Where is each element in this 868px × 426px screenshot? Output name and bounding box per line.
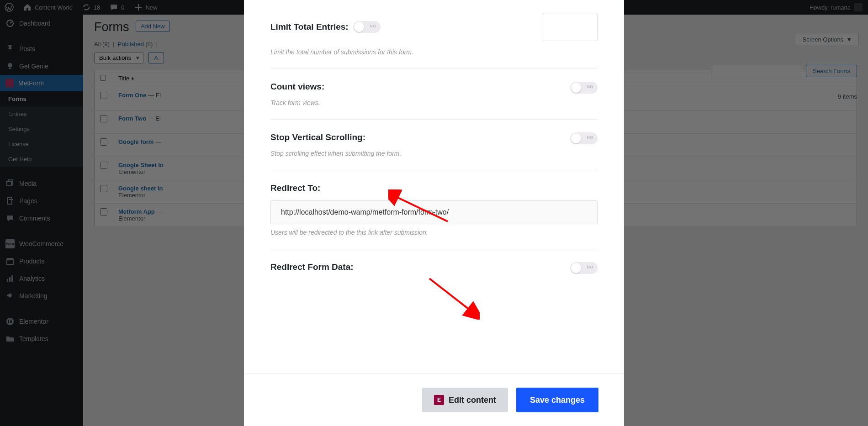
redirectdata-label: Redirect Form Data: — [270, 262, 354, 272]
redirectdata-toggle[interactable]: NO — [570, 262, 598, 274]
limit-label: Limit Total Entries: — [270, 22, 349, 32]
limit-input-placeholder[interactable] — [543, 13, 598, 41]
count-desc: Track form views. — [270, 99, 598, 106]
stop-label: Stop Vertical Scrolling: — [270, 132, 365, 142]
modal-footer: EEdit content Save changes — [244, 373, 624, 426]
modal-overlay: Limit Total Entries: NO Limit the total … — [0, 0, 868, 426]
setting-limit-entries: Limit Total Entries: NO Limit the total … — [270, 0, 598, 69]
count-toggle[interactable]: NO — [570, 82, 598, 94]
edit-content-button[interactable]: EEdit content — [422, 388, 508, 412]
count-label: Count views: — [270, 82, 324, 92]
form-settings-modal: Limit Total Entries: NO Limit the total … — [244, 0, 624, 426]
elementor-icon: E — [434, 395, 444, 405]
setting-redirect-data: Redirect Form Data: NO — [270, 249, 598, 287]
redirect-label: Redirect To: — [270, 183, 598, 193]
setting-redirect-to: Redirect To: Users will be redirected to… — [270, 170, 598, 249]
setting-count-views: Count views: NO Track form views. — [270, 69, 598, 120]
limit-desc: Limit the total number of submissions fo… — [270, 48, 598, 56]
redirect-desc: Users will be redirected to the this lin… — [270, 229, 598, 236]
stop-toggle[interactable]: NO — [570, 132, 598, 144]
save-changes-button[interactable]: Save changes — [516, 388, 598, 412]
redirect-url-input[interactable] — [270, 200, 598, 224]
stop-desc: Stop scrolling effect when submitting th… — [270, 150, 598, 157]
limit-toggle[interactable]: NO — [353, 21, 381, 33]
setting-stop-scroll: Stop Vertical Scrolling: NO Stop scrolli… — [270, 120, 598, 170]
